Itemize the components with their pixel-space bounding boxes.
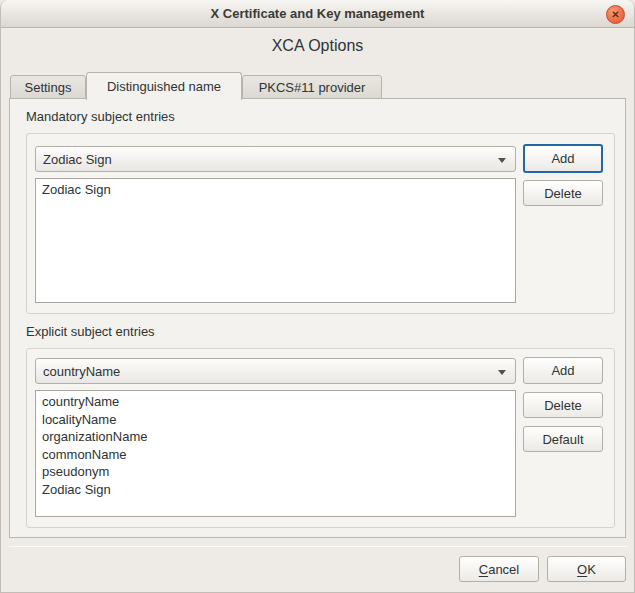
- explicit-default-button[interactable]: Default: [523, 426, 603, 452]
- list-item[interactable]: Zodiac Sign: [36, 181, 515, 199]
- tab-pkcs11-provider-label: PKCS#11 provider: [259, 80, 366, 95]
- mandatory-entry-combobox[interactable]: Zodiac Sign: [35, 146, 516, 172]
- tab-settings[interactable]: Settings: [10, 75, 86, 99]
- mandatory-delete-button[interactable]: Delete: [523, 180, 603, 206]
- tab-distinguished-name[interactable]: Distinguished name: [86, 72, 242, 100]
- list-item[interactable]: Zodiac Sign: [36, 481, 515, 499]
- mandatory-entries-group-label: Mandatory subject entries: [26, 109, 175, 124]
- explicit-entries-list: countryName localityName organizationNam…: [35, 390, 516, 517]
- explicit-add-button-label: Add: [551, 363, 574, 378]
- explicit-entries-group-label: Explicit subject entries: [26, 324, 155, 339]
- explicit-delete-button-label: Delete: [544, 398, 582, 413]
- list-item[interactable]: organizationName: [36, 428, 515, 446]
- list-item[interactable]: pseudonym: [36, 463, 515, 481]
- list-item[interactable]: countryName: [36, 393, 515, 411]
- chevron-down-icon: [498, 370, 506, 375]
- close-button[interactable]: ✕: [606, 5, 625, 24]
- footer-separator: [9, 546, 628, 547]
- close-icon: ✕: [611, 10, 619, 20]
- cancel-button-label: Cancel: [479, 562, 519, 577]
- tab-distinguished-name-label: Distinguished name: [107, 79, 221, 94]
- mandatory-add-button-label: Add: [551, 151, 574, 166]
- chevron-down-icon: [498, 158, 506, 163]
- explicit-entry-combobox[interactable]: countryName: [35, 358, 516, 384]
- tab-settings-label: Settings: [25, 80, 72, 95]
- mandatory-add-button[interactable]: Add: [523, 144, 603, 173]
- distinguished-name-tab-panel: Mandatory subject entries Zodiac Sign Ad…: [9, 98, 626, 538]
- page-title: XCA Options: [1, 37, 634, 55]
- cancel-button[interactable]: Cancel: [459, 556, 539, 582]
- tab-pkcs11-provider[interactable]: PKCS#11 provider: [242, 75, 382, 99]
- explicit-add-button[interactable]: Add: [523, 357, 603, 384]
- ok-button-label: OK: [577, 562, 596, 577]
- titlebar[interactable]: X Certificate and Key management ✕: [1, 0, 634, 28]
- xca-options-window: X Certificate and Key management ✕ XCA O…: [0, 0, 635, 593]
- list-item[interactable]: commonName: [36, 446, 515, 464]
- mandatory-entries-list: Zodiac Sign: [35, 178, 516, 303]
- ok-button[interactable]: OK: [547, 556, 626, 582]
- list-item[interactable]: localityName: [36, 411, 515, 429]
- mandatory-delete-button-label: Delete: [544, 186, 582, 201]
- window-title: X Certificate and Key management: [211, 6, 425, 21]
- explicit-default-button-label: Default: [542, 432, 583, 447]
- explicit-delete-button[interactable]: Delete: [523, 392, 603, 418]
- mandatory-entry-combobox-value: Zodiac Sign: [43, 152, 112, 167]
- explicit-entry-combobox-value: countryName: [43, 364, 120, 379]
